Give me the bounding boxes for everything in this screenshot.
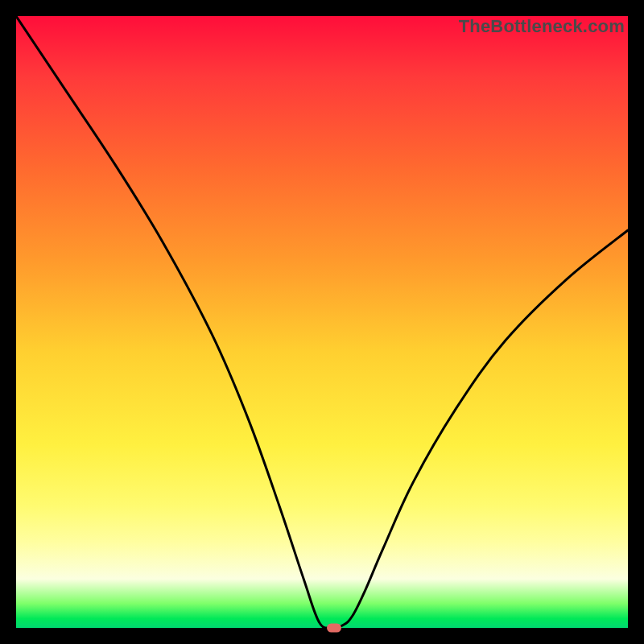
chart-frame: TheBottleneck.com — [0, 0, 644, 644]
bottleneck-curve — [16, 16, 628, 628]
chart-plot-area: TheBottleneck.com — [16, 16, 628, 628]
curve-path — [16, 16, 628, 628]
